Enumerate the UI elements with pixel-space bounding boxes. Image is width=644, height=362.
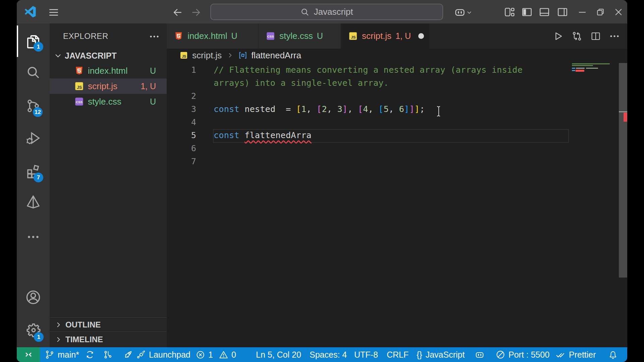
split-editor-icon[interactable] [590,31,601,42]
code-token: ] [342,104,347,114]
navigate-forward-icon[interactable] [191,7,201,18]
toggle-primary-sidebar-icon[interactable] [521,6,533,18]
chevron-right-icon [226,52,234,59]
editor-actions [553,23,627,49]
dirty-indicator-dot[interactable] [418,33,424,39]
outline-section[interactable]: OUTLINE [50,317,167,331]
tab-git-label: U [231,31,237,41]
source-control-badge: 12 [33,107,43,117]
live-server-status[interactable]: Port : 5500 [496,347,549,362]
html-file-icon [74,66,84,75]
code-token: 1 [301,104,306,114]
copilot-icon[interactable] [454,6,466,18]
activity-more-icon[interactable] [17,221,50,253]
code-token: // Flattening means converting a nested … [214,65,523,75]
timeline-section[interactable]: TIMELINE [50,331,167,347]
minimap-line [572,68,575,69]
folder-section-header[interactable]: JAVASCRIPT [50,48,167,63]
code-token: ] [404,104,409,114]
line-number: 1 [167,63,213,76]
bell-icon [608,350,618,359]
remote-indicator[interactable] [17,347,40,362]
code-token [239,104,245,114]
copilot-chevron-down-icon[interactable] [466,9,472,15]
line-number: 3 [167,103,213,116]
code-token: ] [415,104,420,114]
tab-label: style.css [279,31,313,41]
explorer-more-icon[interactable] [149,32,162,42]
line-number: 5 [167,129,213,142]
sidebar-item-testing[interactable] [17,186,50,218]
breadcrumb-symbol[interactable]: flattenedArra [251,50,301,61]
file-row-style-css[interactable]: style.css U [50,94,167,109]
code-token: [ [358,104,363,114]
code-token: 4 [363,104,368,114]
code-token-error: flattenedArra [245,130,312,140]
menu-icon[interactable] [48,7,59,18]
launchpad-status[interactable]: Launchpad [123,347,191,362]
explorer-badge: 1 [34,42,43,52]
editor-more-icon[interactable] [609,31,620,42]
file-row-index-html[interactable]: index.html U [50,63,167,78]
navigate-back-icon[interactable] [172,7,183,18]
notifications-status[interactable] [608,347,618,362]
sync-icon [85,350,95,359]
tab-script-js[interactable]: script.js 1, U [341,23,430,49]
code-token: , [327,104,337,114]
tab-index-html[interactable]: index.html U [167,23,259,49]
encoding-status[interactable]: UTF-8 [354,347,378,362]
accounts-icon[interactable] [17,281,50,313]
code-token: [ [296,104,301,114]
restore-icon[interactable] [595,7,605,17]
minimap[interactable] [569,62,619,347]
indentation-status[interactable]: Spaces: 4 [310,347,347,362]
toggle-panel-icon[interactable] [539,6,550,18]
sidebar-item-extensions[interactable]: 7 [17,155,50,187]
open-changes-icon[interactable] [572,31,582,42]
code-editor[interactable]: 1 // Flattening means converting a neste… [167,62,627,347]
close-icon[interactable] [613,7,624,17]
copilot-status[interactable] [475,347,485,362]
minimap-line [572,65,593,66]
customize-layout-icon[interactable] [504,6,515,18]
vscode-logo [24,6,36,17]
prettier-status[interactable]: Prettier [555,347,596,362]
minimap-line [572,70,575,71]
warning-count: 0 [231,350,236,360]
code-token: ] [409,104,414,114]
code-token: ; [420,104,425,114]
git-branch-status[interactable]: main* [45,347,95,362]
cursor-position-status[interactable]: Ln 5, Col 20 [256,347,301,362]
settings-badge: 1 [34,332,44,342]
sidebar-item-explorer[interactable]: 1 [17,25,50,58]
eol-status[interactable]: CRLF [387,347,409,362]
code-token: const [214,104,239,114]
launchpad-label: Launchpad [149,350,191,360]
timeline-label: TIMELINE [65,335,103,344]
file-name: index.html [88,66,128,76]
command-center-search[interactable]: Javascript [210,4,443,20]
code-token [239,130,245,140]
git-graph-status[interactable] [103,347,113,362]
run-file-icon[interactable] [553,31,564,42]
settings-gear-icon[interactable]: 1 [17,314,50,346]
editor-scrollbar[interactable] [619,63,627,278]
chevron-right-icon [54,321,62,329]
language-status[interactable]: {} JavaScript [417,347,465,362]
error-icon [196,350,205,359]
tab-style-css[interactable]: style.css U [259,23,341,49]
minimize-icon[interactable] [577,7,587,17]
js-file-icon [180,51,188,59]
sidebar-item-search[interactable] [17,56,50,88]
js-file-icon [348,32,358,41]
sidebar-item-run-debug[interactable] [17,122,50,154]
sidebar-item-source-control[interactable]: 12 [17,90,50,122]
code-token: arrays) into a single-level array. [214,78,389,88]
code-token: 5 [384,104,389,114]
minimap-line [586,68,598,69]
minimap-line [576,68,585,69]
toggle-secondary-sidebar-icon[interactable] [557,6,568,18]
problems-status[interactable]: 1 0 [196,347,236,362]
breadcrumb-file[interactable]: script.js [192,50,222,61]
file-row-script-js[interactable]: script.js 1, U [50,78,167,94]
